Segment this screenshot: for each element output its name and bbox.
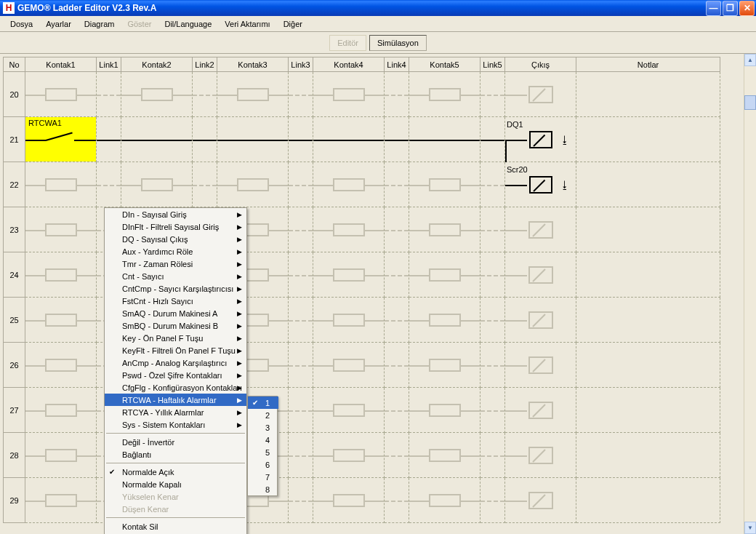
link-cell[interactable] xyxy=(193,162,217,207)
contact-cell[interactable] xyxy=(25,343,97,388)
contact-cell[interactable] xyxy=(121,72,193,117)
link-cell[interactable] xyxy=(289,72,313,117)
link-cell[interactable] xyxy=(385,117,409,162)
output-cell[interactable]: Scr20⭳ xyxy=(505,162,576,207)
context-submenu[interactable]: ✔12345678 xyxy=(247,396,278,496)
vertical-scrollbar[interactable]: ▲ ▼ xyxy=(744,54,756,534)
contact-cell[interactable] xyxy=(409,343,480,388)
link-cell[interactable] xyxy=(480,298,505,343)
notes-cell[interactable] xyxy=(576,72,720,117)
contact-cell[interactable] xyxy=(409,117,480,162)
notes-cell[interactable] xyxy=(576,207,720,252)
menu-diger[interactable]: Diğer xyxy=(278,18,308,30)
output-cell[interactable] xyxy=(505,252,576,298)
submenu-item[interactable]: 3 xyxy=(248,421,278,434)
notes-cell[interactable] xyxy=(576,388,720,433)
menu-veri[interactable]: Veri Aktarımı xyxy=(219,18,276,30)
link-cell[interactable] xyxy=(480,117,505,162)
notes-cell[interactable] xyxy=(576,117,720,162)
context-item[interactable]: SmAQ - Durum Makinesi A▶ xyxy=(105,307,246,319)
contact-cell[interactable]: RTCWA1 xyxy=(25,117,97,162)
link-cell[interactable] xyxy=(289,117,313,162)
link-cell[interactable] xyxy=(385,433,409,478)
link-cell[interactable] xyxy=(385,162,409,207)
link-cell[interactable] xyxy=(480,207,505,252)
contact-cell[interactable] xyxy=(313,298,385,343)
context-item[interactable]: DQ - Sayısal Çıkış▶ xyxy=(105,233,246,245)
scroll-track[interactable] xyxy=(744,66,756,522)
submenu-item[interactable]: 6 xyxy=(248,458,278,471)
minimize-button[interactable]: — xyxy=(706,1,721,16)
contact-cell[interactable] xyxy=(217,162,289,207)
output-cell[interactable] xyxy=(505,207,576,252)
menu-dil[interactable]: Dil/Language xyxy=(158,18,217,30)
notes-cell[interactable] xyxy=(576,252,720,298)
contact-cell[interactable] xyxy=(313,388,385,433)
context-item[interactable]: RTCYA - Yıllık Alarmlar▶ xyxy=(105,406,246,418)
link-cell[interactable] xyxy=(289,207,313,252)
context-item[interactable]: Pswd - Özel Şifre Kontakları▶ xyxy=(105,369,246,381)
link-cell[interactable] xyxy=(480,478,505,523)
scroll-down-button[interactable]: ▼ xyxy=(744,522,756,534)
maximize-button[interactable]: ❐ xyxy=(723,1,738,16)
context-item[interactable]: Sys - Sistem Kontakları▶ xyxy=(105,418,246,431)
submenu-item[interactable]: 4 xyxy=(248,434,278,446)
contact-cell[interactable] xyxy=(25,207,97,252)
menu-dosya[interactable]: Dosya xyxy=(4,18,39,30)
context-item[interactable]: Tmr - Zaman Rölesi▶ xyxy=(105,258,246,270)
link-cell[interactable] xyxy=(385,388,409,433)
menu-ayarlar[interactable]: Ayarlar xyxy=(40,18,77,30)
context-item[interactable]: Normalde Kapalı xyxy=(105,478,246,490)
context-item[interactable]: Bağlantı xyxy=(105,448,246,461)
contact-cell[interactable] xyxy=(25,388,97,433)
context-menu[interactable]: DIn - Sayısal Giriş▶DInFlt - Filtreli Sa… xyxy=(104,207,247,534)
contact-cell[interactable] xyxy=(409,388,480,433)
context-item[interactable]: Değil - İnvertör xyxy=(105,436,246,448)
contact-cell[interactable] xyxy=(121,162,193,207)
context-item[interactable]: DInFlt - Filtreli Sayısal Giriş▶ xyxy=(105,220,246,233)
link-cell[interactable] xyxy=(289,298,313,343)
context-item[interactable]: KeyFlt - Filtreli Ön Panel F Tuşu▶ xyxy=(105,344,246,356)
context-item[interactable]: Aux - Yardımcı Röle▶ xyxy=(105,245,246,258)
context-item[interactable]: CfgFlg - Konfigürasyon Kontakları▶ xyxy=(105,381,246,394)
contact-cell[interactable] xyxy=(409,298,480,343)
contact-cell[interactable] xyxy=(409,162,480,207)
link-cell[interactable] xyxy=(480,343,505,388)
context-item[interactable]: Cnt - Sayıcı▶ xyxy=(105,270,246,282)
link-cell[interactable] xyxy=(289,433,313,478)
notes-cell[interactable] xyxy=(576,298,720,343)
link-cell[interactable] xyxy=(385,478,409,523)
contact-cell[interactable] xyxy=(409,478,480,523)
contact-cell[interactable] xyxy=(25,298,97,343)
context-item[interactable]: FstCnt - Hızlı Sayıcı▶ xyxy=(105,295,246,307)
submenu-item[interactable]: 7 xyxy=(248,471,278,483)
link-cell[interactable] xyxy=(480,162,505,207)
link-cell[interactable] xyxy=(480,252,505,298)
contact-cell[interactable] xyxy=(313,252,385,298)
contact-cell[interactable] xyxy=(313,343,385,388)
output-cell[interactable] xyxy=(505,343,576,388)
contact-cell[interactable] xyxy=(217,72,289,117)
notes-cell[interactable] xyxy=(576,162,720,207)
link-cell[interactable] xyxy=(385,298,409,343)
notes-cell[interactable] xyxy=(576,433,720,478)
contact-cell[interactable] xyxy=(409,72,480,117)
context-item[interactable]: CntCmp - Sayıcı Karşılaştırıcısı▶ xyxy=(105,282,246,295)
submenu-item[interactable]: 8 xyxy=(248,483,278,495)
editor-button[interactable]: Editör xyxy=(329,35,366,51)
output-cell[interactable] xyxy=(505,298,576,343)
contact-cell[interactable] xyxy=(25,72,97,117)
submenu-item[interactable]: 2 xyxy=(248,409,278,421)
link-cell[interactable] xyxy=(480,433,505,478)
contact-cell[interactable] xyxy=(313,433,385,478)
contact-cell[interactable] xyxy=(313,207,385,252)
link-cell[interactable] xyxy=(193,117,217,162)
link-cell[interactable] xyxy=(97,72,121,117)
output-cell[interactable]: DQ1⭳ xyxy=(505,117,576,162)
contact-cell[interactable] xyxy=(313,162,385,207)
link-cell[interactable] xyxy=(289,252,313,298)
output-cell[interactable] xyxy=(505,72,576,117)
contact-cell[interactable] xyxy=(25,433,97,478)
output-cell[interactable] xyxy=(505,388,576,433)
output-cell[interactable] xyxy=(505,478,576,523)
